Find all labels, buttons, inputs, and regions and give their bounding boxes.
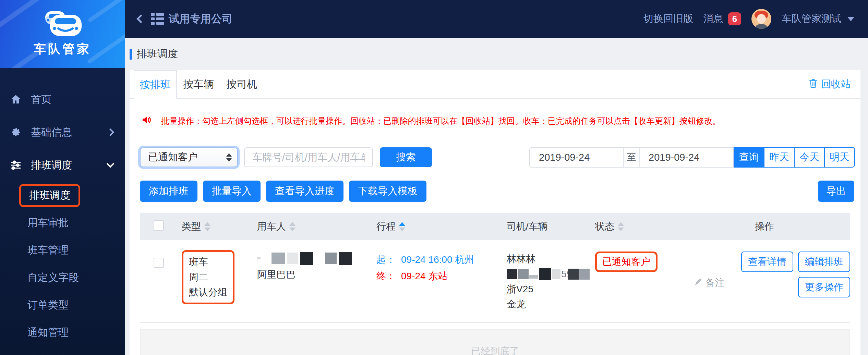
sort-icon[interactable] [204, 222, 210, 231]
trip-start-value: 09-24 16:00 杭州 [401, 252, 474, 268]
export-button[interactable]: 导出 [818, 181, 854, 202]
sidebar-item-label: 基础信息 [31, 125, 72, 139]
query-button[interactable]: 查询 [734, 147, 764, 168]
status-select[interactable]: 已通知客户 [140, 147, 238, 167]
sidebar-subitem-schedule-report[interactable]: 排班报表 [0, 346, 125, 355]
sort-icon[interactable] [618, 222, 624, 231]
company-name: 试用专用公司 [169, 12, 232, 26]
sidebar-item-home[interactable]: 首页 [0, 83, 125, 116]
logo-text: 车队管家 [34, 41, 91, 58]
header-passenger[interactable]: 用车人 [240, 220, 363, 233]
passenger-company: 阿里巴巴 [257, 268, 363, 282]
add-schedule-button[interactable]: 添加排班 [140, 181, 197, 202]
sliders-icon [9, 159, 23, 171]
cell-driver-vehicle: 林林林 59 浙V25 [494, 252, 590, 312]
fleet-manager-app: 车队管家 首页 基础信息 [0, 0, 868, 355]
today-button[interactable]: 今天 [794, 147, 825, 168]
header-operations: 操作 [679, 220, 850, 233]
back-chevron-icon[interactable] [136, 14, 145, 23]
card: 按排班 按车辆 按司机 回收站 [130, 70, 860, 355]
date-to-label: 至 [623, 148, 640, 167]
sidebar-item-label: 排班调度 [31, 158, 72, 172]
user-menu[interactable]: 车队管家测试 [782, 12, 841, 26]
sidebar-item-basic-info[interactable]: 基础信息 [0, 116, 125, 149]
remark-label: 备注 [706, 276, 725, 289]
date-range-group: 2019-09-24 至 2019-09-24 查询 昨天 今天 明天 [529, 147, 855, 168]
more-actions-button[interactable]: 更多操作 [798, 277, 850, 297]
status-text: 已通知客户 [602, 256, 650, 267]
sort-icon-active-asc[interactable] [399, 222, 405, 231]
title-accent-bar [130, 49, 132, 60]
sidebar-subitem-custom-fields[interactable]: 自定义字段 [0, 264, 125, 291]
redacted-phone: 59 [507, 267, 590, 282]
header-driver-vehicle: 司机/车辆 [494, 220, 590, 233]
avatar[interactable] [751, 9, 771, 29]
row-buttons: 查看详情 编辑排班 更多操作 [741, 252, 850, 297]
annotation-box-orange: 已通知客户 [595, 252, 658, 272]
remark-button[interactable]: 备注 [694, 276, 725, 289]
tomorrow-button[interactable]: 明天 [824, 147, 855, 168]
recycle-bin-label: 回收站 [821, 77, 851, 91]
trip-end-value: 09-24 东站 [401, 268, 447, 284]
sidebar-item-scheduling[interactable]: 排班调度 [0, 149, 125, 182]
date-to-field[interactable]: 2019-09-24 [640, 148, 733, 167]
cell-operations: 备注 查看详情 编辑排班 更多操作 [679, 252, 850, 312]
header-trip[interactable]: 行程 [363, 220, 494, 233]
cell-trip: 起： 09-24 16:00 杭州 终： 09-24 东站 [363, 252, 494, 312]
page-title: 排班调度 [137, 47, 178, 61]
header-type[interactable]: 类型 [171, 220, 240, 233]
topbar-right: 切换回旧版 消息 6 车队管家测试 [643, 9, 854, 29]
sidebar: 车队管家 首页 基础信息 [0, 0, 125, 355]
main-area: 试用专用公司 切换回旧版 消息 6 车队管家测试 排班调度 按排班 按车辆 [125, 0, 868, 355]
notice-text: 批量操作：勾选上左侧勾选框，可以进行批量操作。回收站：已删除的排班可以在【回收站… [161, 115, 721, 126]
sort-icon[interactable] [289, 222, 296, 231]
select-arrows-icon [226, 153, 232, 162]
sidebar-subitem-shuttle-mgmt[interactable]: 班车管理 [0, 236, 125, 264]
date-from-field[interactable]: 2019-09-24 [530, 148, 623, 167]
status-select-value: 已通知客户 [148, 150, 198, 164]
sidebar-subitem-order-types[interactable]: 订单类型 [0, 291, 125, 319]
sidebar-subitem-label: 班车管理 [27, 243, 69, 257]
vehicle-plate: 浙V25 [507, 282, 590, 297]
trip-start-label: 起： [376, 252, 401, 268]
sidebar-subitem-vehicle-approval[interactable]: 用车审批 [0, 209, 125, 236]
select-all-checkbox[interactable] [154, 220, 164, 231]
trash-icon [809, 78, 818, 91]
caret-down-icon[interactable] [847, 17, 854, 21]
view-detail-button[interactable]: 查看详情 [741, 252, 793, 272]
tab-by-schedule[interactable]: 按排班 [134, 70, 177, 99]
sidebar-subitem-label: 订单类型 [27, 298, 69, 312]
tab-by-driver[interactable]: 按司机 [220, 70, 263, 98]
sidebar-menu: 首页 基础信息 排班调度 [0, 68, 125, 355]
recycle-bin-link[interactable]: 回收站 [809, 70, 851, 98]
content: 排班调度 按排班 按车辆 按司机 回收站 [125, 38, 868, 355]
messages-link[interactable]: 消息 [703, 12, 723, 26]
download-template-button[interactable]: 下载导入模板 [349, 181, 426, 202]
topbar: 试用专用公司 切换回旧版 消息 6 车队管家测试 [125, 0, 868, 38]
row-checkbox[interactable] [154, 258, 164, 268]
schedule-table: 类型 用车人 行程 司机/车辆 [140, 213, 850, 323]
company-list-icon[interactable] [151, 13, 164, 25]
sidebar-subitem-label: 用车审批 [27, 216, 69, 230]
cell-passenger: 阿里巴巴 [240, 252, 363, 312]
sidebar-subitem-notification-mgmt[interactable]: 通知管理 [0, 319, 125, 346]
search-input[interactable] [244, 147, 373, 167]
header-status[interactable]: 状态 [590, 220, 679, 233]
sidebar-subitem-scheduling[interactable]: 排班调度 [0, 182, 125, 209]
switch-old-version-link[interactable]: 切换回旧版 [643, 12, 693, 26]
table-row: 班车 周二 默认分组 [140, 240, 850, 323]
view-import-progress-button[interactable]: 查看导入进度 [266, 181, 343, 202]
notice-bar: 批量操作：勾选上左侧勾选框，可以进行批量操作。回收站：已删除的排班可以在【回收站… [141, 114, 850, 128]
sidebar-subitem-label: 自定义字段 [27, 271, 79, 285]
search-button[interactable]: 搜索 [380, 147, 432, 167]
edit-schedule-button[interactable]: 编辑排班 [798, 252, 850, 272]
cell-type: 班车 周二 默认分组 [171, 252, 240, 312]
tab-by-vehicle[interactable]: 按车辆 [177, 70, 220, 98]
pencil-icon [694, 277, 703, 289]
cell-status: 已通知客户 [590, 252, 679, 312]
gear-icon [9, 126, 23, 138]
yesterday-button[interactable]: 昨天 [764, 147, 795, 168]
filter-row: 已通知客户 搜索 2019-09-24 至 2019-09-24 查询 昨天 [140, 147, 855, 168]
batch-import-button[interactable]: 批量导入 [203, 181, 261, 202]
sidebar-subitem-label: 排班调度 [29, 189, 70, 201]
